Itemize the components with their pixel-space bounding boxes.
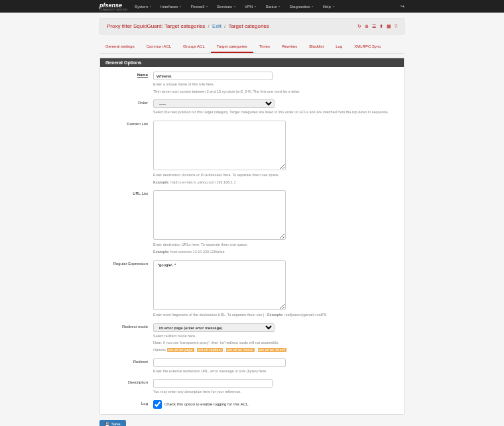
top-nav: pfsense COMMUNITY EDITION System Interfa… <box>0 0 504 13</box>
nav-services[interactable]: Services <box>212 5 240 9</box>
help-order: Select the new position for this target … <box>153 110 397 115</box>
help-url1: Enter destination URLs here. To separate… <box>153 242 397 248</box>
panel-header: General Options <box>100 58 404 67</box>
subtabs: General settings Common ACL Groups ACL T… <box>99 41 405 54</box>
order-select[interactable]: ----- <box>153 99 275 108</box>
label-description: Description <box>107 379 153 384</box>
redirect-mode-select[interactable]: int error page (enter error message) <box>153 323 275 332</box>
help-description: You may enter any description here for y… <box>153 390 397 395</box>
tab-log[interactable]: Log <box>330 41 348 53</box>
label-url-list: URL List <box>107 190 153 195</box>
refresh-icon[interactable]: ↻ <box>357 24 361 29</box>
save-button[interactable]: 💾 Save <box>99 420 126 426</box>
field-description: You may enter any description here for y… <box>153 379 397 395</box>
logo-subtitle: COMMUNITY EDITION <box>99 8 130 11</box>
label-log: Log <box>107 400 153 405</box>
nav-vpn[interactable]: VPN <box>240 5 261 9</box>
globe-icon[interactable]: ⊕ <box>365 24 369 29</box>
breadcrumb: Proxy filter SquidGuard: Target categori… <box>107 23 269 29</box>
help-rmode1: Select redirect mode here. <box>153 334 397 339</box>
chart-icon[interactable]: ⬍ <box>379 24 383 29</box>
help-redirect: Enter the external redirection URL, erro… <box>153 369 397 374</box>
log-checkbox[interactable] <box>153 400 162 409</box>
help-name1: Enter a unique name of this rule here. <box>153 82 397 87</box>
row-description: Description You may enter any descriptio… <box>100 376 404 398</box>
nav-items: System Interfaces Firewall Services VPN … <box>130 5 339 9</box>
save-row: 💾 Save <box>99 420 405 426</box>
help-url-ex: Example: host.com/xxx 12.10.220.125/alis… <box>153 250 397 255</box>
logo[interactable]: pfsense COMMUNITY EDITION <box>99 2 130 11</box>
tab-target-categories[interactable]: Target categories <box>211 41 253 53</box>
save-icon: 💾 <box>105 422 109 426</box>
field-redirect: Enter the external redirection URL, erro… <box>153 358 397 374</box>
save-label: Save <box>111 422 121 426</box>
description-input[interactable] <box>153 379 273 388</box>
help-regex: Enter word fragments of the destination … <box>153 313 397 318</box>
tab-general-settings[interactable]: General settings <box>99 41 141 53</box>
help-rmode3: Options ext url err page , ext url redir… <box>153 348 397 353</box>
nav-system[interactable]: System <box>130 5 156 9</box>
tab-common-acl[interactable]: Common ACL <box>141 41 177 53</box>
row-redirect-mode: Redirect mode int error page (enter erro… <box>100 321 404 356</box>
tab-rewrites[interactable]: Rewrites <box>276 41 303 53</box>
row-regex: Regular Expression .*google\..* Enter wo… <box>100 258 404 321</box>
label-redirect-mode: Redirect mode <box>107 323 153 329</box>
field-name: Enter a unique name of this rule here. T… <box>153 72 397 94</box>
help-domain1: Enter destination domains or IP-addresse… <box>153 173 397 178</box>
list-icon[interactable]: ☰ <box>372 24 376 29</box>
help-domain-ex: Example: mail.ru e-mail.ru yahoo.com 192… <box>153 180 397 186</box>
label-domain-list: Domain List <box>107 121 153 126</box>
breadcrumb-bar: Proxy filter SquidGuard: Target categori… <box>99 18 405 34</box>
nav-firewall[interactable]: Firewall <box>186 5 212 9</box>
nav-status[interactable]: Status <box>261 5 284 9</box>
name-input[interactable] <box>153 72 273 80</box>
row-url-list: URL List Enter destination URLs here. To… <box>100 187 404 257</box>
breadcrumb-p1[interactable]: Proxy filter SquidGuard: Target categori… <box>107 23 205 29</box>
help-icon[interactable]: ? <box>395 24 397 29</box>
breadcrumb-p2[interactable]: Edit <box>212 23 221 29</box>
label-regex: Regular Expression <box>107 260 153 266</box>
nav-diagnostics[interactable]: Diagnostics <box>284 5 318 9</box>
logout-icon[interactable]: ↪ <box>401 4 405 9</box>
tab-groups-acl[interactable]: Groups ACL <box>177 41 211 53</box>
field-order: ----- Select the new position for this t… <box>153 99 397 115</box>
tab-xmlrpc-sync[interactable]: XMLRPC Sync <box>348 41 387 53</box>
redirect-input[interactable] <box>153 358 286 367</box>
field-url-list: Enter destination URLs here. To separate… <box>153 190 397 254</box>
nav-help[interactable]: Help <box>318 5 338 9</box>
tab-blacklist[interactable]: Blacklist <box>303 41 330 53</box>
label-redirect: Redirect <box>107 358 153 364</box>
row-order: Order ----- Select the new position for … <box>100 97 404 118</box>
general-options-panel: General Options Name Enter a unique name… <box>99 58 405 415</box>
grid-icon[interactable]: ▦ <box>387 24 391 29</box>
row-log: Log Check this option to enable logging … <box>100 398 404 414</box>
top-nav-left: pfsense COMMUNITY EDITION System Interfa… <box>99 2 339 11</box>
url-list-textarea[interactable] <box>153 190 286 240</box>
help-rmode2: Note: if you use 'transparent proxy', th… <box>153 341 397 346</box>
domain-list-textarea[interactable] <box>153 121 286 170</box>
field-log: Check this option to enable logging for … <box>153 400 397 409</box>
field-domain-list: Enter destination domains or IP-addresse… <box>153 121 397 185</box>
nav-interfaces[interactable]: Interfaces <box>156 5 186 9</box>
field-regex: .*google\..* Enter word fragments of the… <box>153 260 397 318</box>
row-domain-list: Domain List Enter destination domains or… <box>100 118 404 187</box>
row-redirect: Redirect Enter the external redirection … <box>100 356 404 377</box>
breadcrumb-p3[interactable]: Target categories <box>228 23 269 29</box>
label-name: Name <box>107 72 153 77</box>
label-order: Order <box>107 99 153 105</box>
breadcrumb-sep: / <box>224 23 225 29</box>
help-name2: The name must consist between 2 and 15 s… <box>153 89 397 95</box>
tab-times[interactable]: Times <box>253 41 276 53</box>
field-redirect-mode: int error page (enter error message) Sel… <box>153 323 397 353</box>
breadcrumb-icons: ↻ ⊕ ☰ ⬍ ▦ ? <box>357 24 397 29</box>
log-checkbox-label: Check this option to enable logging for … <box>164 402 249 406</box>
regex-textarea[interactable]: .*google\..* <box>153 260 286 310</box>
row-name: Name Enter a unique name of this rule he… <box>100 67 404 97</box>
breadcrumb-sep: / <box>208 23 210 29</box>
